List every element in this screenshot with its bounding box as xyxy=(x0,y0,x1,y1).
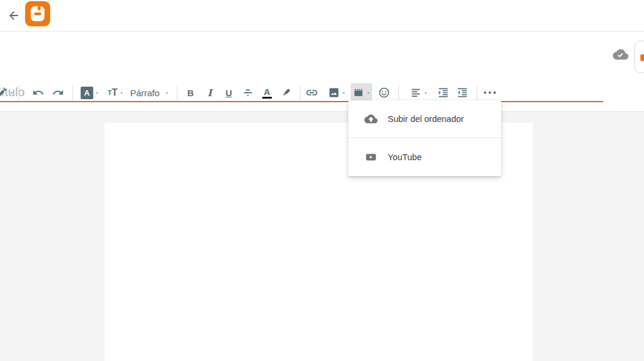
formatting-toolbar: A TT Párrafo B I U A xyxy=(0,83,644,102)
font-size-icon-large: T xyxy=(112,87,118,98)
menu-item-youtube[interactable]: YouTube xyxy=(348,138,501,176)
italic-icon: I xyxy=(207,87,211,99)
highlighter-icon xyxy=(280,87,292,99)
text-color-button[interactable]: A xyxy=(259,83,275,102)
toolbar-divider xyxy=(177,85,177,100)
insert-image-button[interactable] xyxy=(326,83,348,102)
chevron-down-icon xyxy=(341,90,346,96)
link-icon xyxy=(305,86,318,99)
undo-icon xyxy=(32,87,44,99)
font-family-icon: A xyxy=(81,87,93,99)
arrow-back-icon xyxy=(7,9,20,22)
preview-button-partial[interactable] xyxy=(634,41,644,73)
menu-item-upload-from-computer[interactable]: Subir del ordenador xyxy=(348,100,501,137)
preview-button-icon xyxy=(640,54,644,61)
more-options-icon xyxy=(484,91,496,94)
insert-emoji-button[interactable] xyxy=(376,83,392,102)
chevron-down-icon xyxy=(366,90,371,96)
indent-decrease-icon xyxy=(456,87,468,99)
toolbar-divider xyxy=(398,85,399,100)
strikethrough-icon xyxy=(242,87,254,99)
paragraph-style-button[interactable]: Párrafo xyxy=(130,83,170,102)
bold-button[interactable]: B xyxy=(182,83,199,102)
highlight-color-button[interactable] xyxy=(278,83,295,102)
italic-button[interactable]: I xyxy=(201,83,218,102)
video-insert-menu: Subir del ordenador YouTube xyxy=(348,100,501,176)
redo-button[interactable] xyxy=(50,83,66,102)
alignment-button[interactable] xyxy=(408,83,430,102)
indent-decrease-button[interactable] xyxy=(454,83,471,102)
align-left-icon xyxy=(410,87,422,99)
emoji-icon xyxy=(378,87,390,99)
chevron-down-icon xyxy=(94,90,100,96)
top-header xyxy=(0,0,644,32)
underline-icon: U xyxy=(226,88,232,98)
back-button[interactable] xyxy=(5,7,23,25)
upload-cloud-icon xyxy=(364,112,378,126)
bold-icon: B xyxy=(188,88,194,98)
menu-item-label: Subir del ordenador xyxy=(388,114,464,124)
underline-button[interactable]: U xyxy=(220,83,237,102)
indent-increase-button[interactable] xyxy=(435,83,452,102)
chevron-down-icon xyxy=(423,90,428,96)
font-size-button[interactable]: TT xyxy=(106,83,125,102)
chevron-down-icon xyxy=(119,90,124,96)
youtube-icon xyxy=(364,151,378,164)
toolbar-divider xyxy=(19,85,19,100)
video-icon xyxy=(352,87,364,99)
insert-link-button[interactable] xyxy=(303,83,320,102)
text-color-icon: A xyxy=(262,87,272,99)
indent-increase-icon xyxy=(437,87,449,99)
image-icon xyxy=(328,87,340,99)
chevron-down-icon xyxy=(9,90,14,96)
chevron-down-icon xyxy=(164,90,170,96)
title-row: Título xyxy=(0,32,644,71)
toolbar-divider xyxy=(72,85,73,100)
redo-icon xyxy=(52,87,64,99)
cloud-done-icon xyxy=(613,47,628,62)
pencil-icon xyxy=(0,87,8,99)
font-family-button[interactable]: A xyxy=(80,83,100,102)
toolbar-divider xyxy=(300,85,300,100)
paragraph-style-label: Párrafo xyxy=(130,88,160,98)
insert-video-button[interactable] xyxy=(351,83,372,102)
undo-button[interactable] xyxy=(30,83,47,102)
toolbar-divider xyxy=(477,85,477,100)
blogger-editor: Título A TT Párrafo xyxy=(0,0,644,361)
strikethrough-button[interactable] xyxy=(240,83,256,102)
compose-mode-button[interactable] xyxy=(0,83,16,102)
font-size-icon-small: T xyxy=(108,89,112,96)
menu-item-label: YouTube xyxy=(388,152,422,162)
blogger-logo[interactable] xyxy=(25,1,50,26)
more-options-button[interactable] xyxy=(482,83,498,102)
